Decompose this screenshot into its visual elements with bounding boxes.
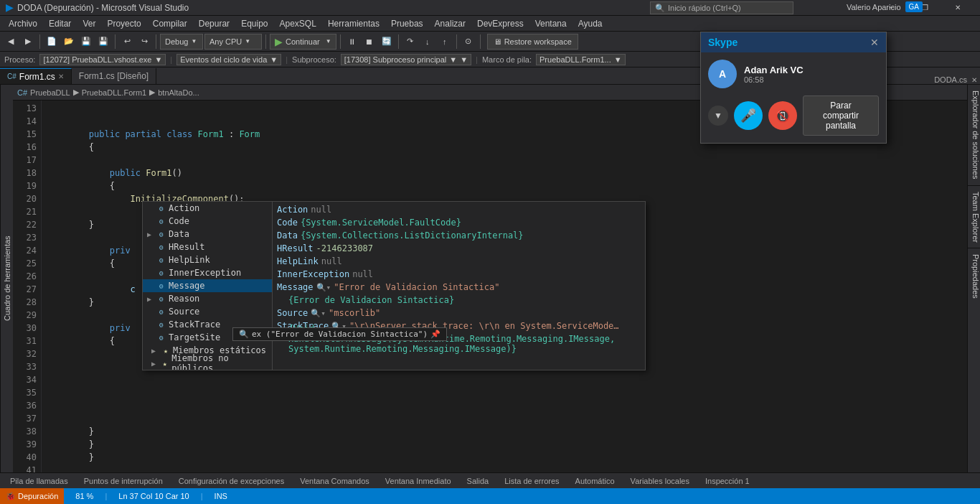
toolbar-separator-7 (456, 34, 457, 49)
restore-workspace-button[interactable]: 🖥 Restore workspace (487, 34, 578, 50)
new-file-button[interactable]: 📄 (44, 34, 60, 50)
hangup-button[interactable]: 📵 (768, 101, 797, 130)
step-over-button[interactable]: ↷ (402, 34, 418, 50)
menu-proyecto[interactable]: Proyecto (101, 16, 146, 32)
is-item-action[interactable]: ⚙ Action (143, 202, 272, 215)
expr-pin-icon[interactable]: 📌 (430, 330, 440, 339)
tab-form1cs-icon: C# (7, 73, 17, 80)
is-label-reason: Reason (169, 294, 199, 304)
bottom-tab-auto[interactable]: Automático (568, 474, 622, 488)
breadcrumb-project[interactable]: PruebaDLL (30, 88, 70, 97)
bottom-tab-output[interactable]: Salida (460, 474, 496, 488)
menu-ver[interactable]: Ver (77, 16, 101, 32)
menu-depurar[interactable]: Depurar (193, 16, 235, 32)
save-all-button[interactable]: 💾 (95, 34, 111, 50)
is-icon-action: ⚙ (157, 205, 166, 213)
skype-dropdown-button[interactable]: ▼ (708, 106, 728, 126)
is-detail-innerex: InnerException null (277, 268, 641, 281)
is-item-innerex[interactable]: ⚙ InnerException (143, 266, 272, 279)
doda-tab[interactable]: DODA.cs (930, 75, 971, 84)
pause-button[interactable]: ⏸ (344, 34, 360, 50)
is-item-code[interactable]: ⚙ Code (143, 215, 272, 228)
solution-explorer-tab[interactable]: Explorador de soluciones (968, 85, 980, 185)
skype-actions: ▼ 🎤 📵 Parar compartir pantalla (708, 95, 879, 136)
properties-tab[interactable]: Propiedades (968, 248, 980, 304)
menu-compilar[interactable]: Compilar (147, 16, 193, 32)
skype-header: Skype ✕ (701, 32, 886, 52)
step-into-button[interactable]: ↓ (420, 34, 435, 50)
platform-arrow: ▼ (245, 38, 250, 45)
eventos-dropdown[interactable]: Eventos del ciclo de vida ▼ (176, 54, 281, 65)
is-item-message[interactable]: ⚙ Message (143, 279, 272, 292)
menu-ayuda[interactable]: Ayuda (573, 16, 608, 32)
proceso-dropdown[interactable]: [12072] PruebaDLL.vshost.exe ▼ (39, 54, 166, 65)
redo-button[interactable]: ↪ (136, 34, 152, 50)
breadcrumb-sep1: ▶ (73, 88, 79, 97)
menu-herramientas[interactable]: Herramientas (322, 16, 385, 32)
quick-launch-input[interactable]: 🔍 Inicio rápido (Ctrl+Q) (650, 1, 793, 14)
skype-popup: Skype ✕ A Adan Arik VC 06:58 ▼ 🎤 📵 Parar… (700, 32, 887, 144)
open-file-button[interactable]: 📂 (61, 34, 77, 50)
bottom-tab-breakpoints[interactable]: Puntos de interrupción (77, 474, 170, 488)
is-label-message: Message (169, 281, 205, 291)
menu-pruebas[interactable]: Pruebas (385, 16, 429, 32)
toolbar-separator-4 (265, 34, 266, 49)
subproceso-dropdown[interactable]: [17308] Subproceso principal ▼ ▼ (341, 54, 471, 65)
menu-analizar[interactable]: Analizar (429, 16, 471, 32)
toolbox-panel[interactable]: Cuadro de herramientas (0, 85, 13, 472)
team-explorer-tab[interactable]: Team Explorer (968, 186, 980, 248)
debug-config-dropdown[interactable]: Debug ▼ (160, 34, 203, 50)
vs-logo-icon: ▶ (6, 2, 13, 13)
is-item-reason[interactable]: ▶ ⚙ Reason (143, 292, 272, 305)
skype-logo: Skype (708, 37, 738, 48)
menubar: Archivo Editar Ver Proyecto Compilar Dep… (0, 16, 980, 32)
expr-search-icon: 🔍 (239, 330, 249, 339)
continue-button[interactable]: ▶ Continuar ▼ (270, 34, 336, 50)
code-editor[interactable]: 13 14 15 16 17 18 19 20 21 22 23 24 25 2… (13, 101, 967, 472)
is-item-hresult[interactable]: ⚙ HResult (143, 241, 272, 253)
breadcrumb-class[interactable]: PruebaDLL.Form1 (82, 88, 147, 97)
is-item-helplink[interactable]: ⚙ HelpLink (143, 253, 272, 266)
skype-close-button[interactable]: ✕ (870, 37, 879, 48)
debug-indicator: 🐞 Depuración (0, 488, 64, 504)
statusbar: 🐞 Depuración 81 % | Ln 37 Col 10 Car 10 … (0, 488, 980, 504)
close-button[interactable]: ✕ (941, 0, 974, 16)
is-item-data[interactable]: ▶ ⚙ Data (143, 228, 272, 241)
undo-button[interactable]: ↩ (119, 34, 135, 50)
is-item-private-members[interactable]: ▶ ★ Miembros no públicos (143, 357, 272, 370)
menu-ventana[interactable]: Ventana (529, 16, 573, 32)
bottom-tab-commands[interactable]: Ventana Comandos (293, 474, 377, 488)
zoom-label[interactable]: 81 % (75, 492, 93, 500)
bottom-tab-watch1[interactable]: Inspección 1 (698, 474, 757, 488)
menu-devexpress[interactable]: DevExpress (471, 16, 529, 32)
bottom-tab-immediate[interactable]: Ventana Inmediato (378, 474, 458, 488)
menu-equipo[interactable]: Equipo (235, 16, 273, 32)
step-out-button[interactable]: ↑ (437, 34, 453, 50)
back-button[interactable]: ◀ (3, 34, 19, 50)
menu-apexsql[interactable]: ApexSQL (274, 16, 322, 32)
intellisense-popup[interactable]: ⚙ Action ⚙ Code ▶ ⚙ Data (142, 201, 646, 370)
toolbar-separator-2 (115, 34, 116, 49)
close-right-tab[interactable]: ✕ (971, 76, 977, 84)
bottom-tab-calls[interactable]: Pila de llamadas (3, 474, 75, 488)
menu-editar[interactable]: Editar (43, 16, 77, 32)
bottom-tab-exceptions[interactable]: Configuración de excepciones (171, 474, 291, 488)
is-item-source[interactable]: ⚙ Source (143, 305, 272, 318)
restart-button[interactable]: 🔄 (379, 34, 395, 50)
bottom-tab-errors[interactable]: Lista de errores (497, 474, 566, 488)
tab-form1cs-design[interactable]: Form1.cs [Diseño] (72, 68, 156, 84)
breakpoint-button[interactable]: ⊙ (461, 34, 476, 50)
tab-form1cs-modified: ✕ (58, 73, 64, 80)
forward-button[interactable]: ▶ (20, 34, 36, 50)
menu-archivo[interactable]: Archivo (3, 16, 43, 32)
tab-form1cs[interactable]: C# Form1.cs ✕ (0, 68, 72, 84)
mute-button[interactable]: 🎤 (734, 101, 763, 130)
platform-dropdown[interactable]: Any CPU ▼ (204, 34, 262, 50)
filter-icon: ▼ (460, 55, 468, 64)
share-screen-button[interactable]: Parar compartir pantalla (803, 95, 879, 136)
breadcrumb-member[interactable]: btnAltaDo... (158, 88, 199, 97)
marco-dropdown[interactable]: PruebaDLL.Form1... ▼ (536, 54, 626, 65)
save-button[interactable]: 💾 (78, 34, 94, 50)
bottom-tab-locals[interactable]: Variables locales (623, 474, 697, 488)
stop-button[interactable]: ⏹ (362, 34, 377, 50)
